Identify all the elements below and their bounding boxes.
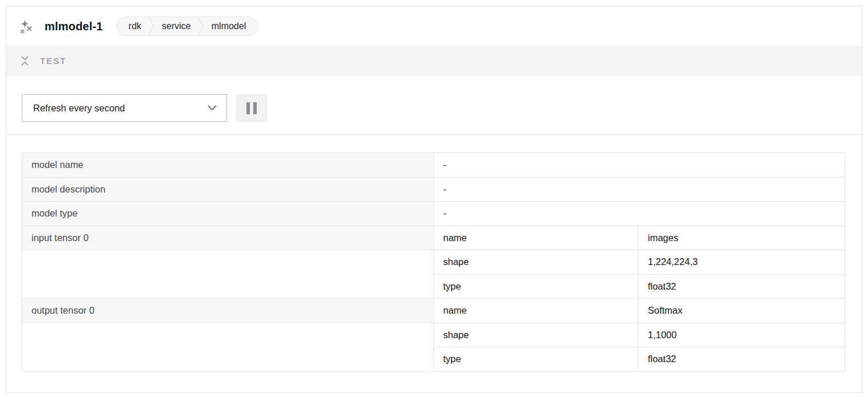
breadcrumb-item-service: service: [160, 21, 193, 31]
chevron-right-icon: [149, 18, 154, 35]
refresh-rate-value: Refresh every second: [33, 103, 125, 114]
model-info-table: model name - model description - model t…: [22, 153, 845, 372]
ml-model-sparkles-icon: [19, 19, 33, 34]
field-value: Softmax: [639, 299, 845, 323]
field-key: shape: [434, 250, 639, 275]
table-row: shape 1,224,224,3: [22, 250, 845, 275]
row-label: model type: [22, 202, 434, 226]
field-key: type: [434, 347, 639, 372]
table-row: shape 1,1000: [22, 323, 845, 347]
row-label: output tensor 0: [22, 299, 434, 323]
mlmodel-panel: mlmodel-1 rdk service mlmodel TEST Refre…: [6, 6, 862, 393]
pause-icon: [246, 102, 257, 114]
row-value: -: [434, 153, 845, 178]
pause-button[interactable]: [236, 94, 267, 122]
table-row: output tensor 0 name Softmax: [22, 299, 845, 323]
test-section-header[interactable]: TEST: [6, 47, 862, 75]
field-key: name: [434, 226, 639, 250]
field-value: float32: [639, 274, 845, 299]
field-value: 1,1000: [639, 323, 845, 347]
chevron-right-icon: [198, 18, 204, 35]
test-section-label: TEST: [40, 56, 66, 66]
refresh-controls: Refresh every second: [6, 75, 862, 135]
field-key: name: [434, 299, 639, 323]
breadcrumb-item-mlmodel: mlmodel: [210, 21, 248, 31]
field-key: type: [434, 274, 639, 299]
row-value: -: [434, 202, 845, 226]
collapse-vertical-icon[interactable]: [21, 56, 29, 66]
row-value: -: [434, 177, 845, 202]
model-info-section: model name - model description - model t…: [6, 135, 862, 372]
field-value: float32: [639, 347, 845, 372]
field-key: shape: [434, 323, 639, 347]
table-row: model description -: [22, 177, 845, 202]
row-label: input tensor 0: [22, 226, 434, 250]
table-row: model name -: [22, 153, 845, 178]
row-label: model description: [22, 177, 434, 202]
row-label-continuation: [22, 323, 434, 371]
field-value: images: [639, 226, 845, 250]
chevron-down-icon: [208, 105, 217, 111]
field-value: 1,224,224,3: [639, 250, 845, 275]
row-label-continuation: [22, 250, 434, 299]
breadcrumb: rdk service mlmodel: [117, 17, 258, 36]
table-row: model type -: [22, 202, 845, 226]
panel-title: mlmodel-1: [45, 20, 103, 33]
breadcrumb-item-rdk: rdk: [127, 21, 143, 31]
row-label: model name: [22, 153, 434, 178]
table-row: input tensor 0 name images: [22, 226, 845, 250]
panel-header: mlmodel-1 rdk service mlmodel: [6, 6, 862, 47]
refresh-rate-select[interactable]: Refresh every second: [22, 94, 227, 122]
